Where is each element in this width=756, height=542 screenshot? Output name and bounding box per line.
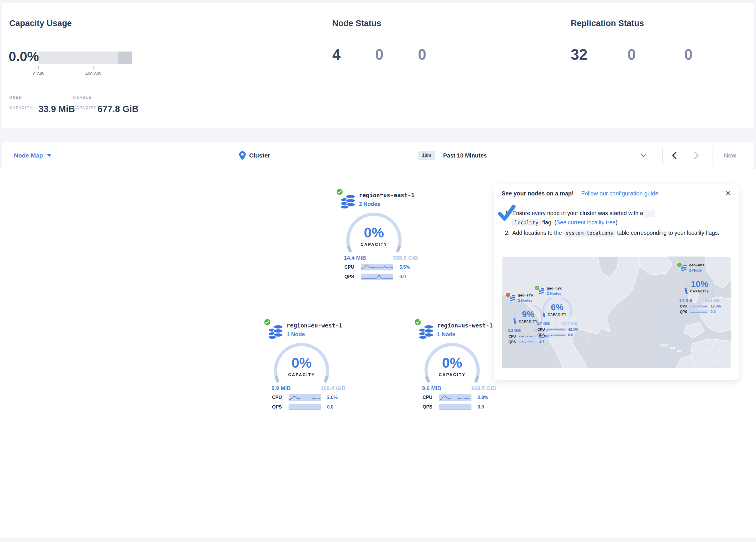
- capacity-gauge: 10% CAPACITY: [683, 275, 716, 295]
- popup-title: See your nodes on a map!: [502, 190, 574, 197]
- node-count-link[interactable]: 1 Node: [689, 268, 702, 273]
- qps-label: QPS: [423, 405, 439, 410]
- node-count-link[interactable]: 2 Nodes: [518, 298, 533, 303]
- configuration-guide-link[interactable]: Follow our configuration guide: [581, 190, 658, 197]
- total-capacity: 169.4 GiB: [320, 385, 346, 392]
- usable-capacity-label: USABLE CAPACITY: [73, 92, 97, 113]
- healthy-check-badge-icon: [677, 262, 682, 267]
- used-capacity: 3.6 GiB: [679, 298, 692, 303]
- region-nodes-link[interactable]: 2 Nodes: [359, 201, 380, 207]
- capacity-usage-title: Capacity Usage: [9, 19, 72, 28]
- database-stack-icon: [268, 324, 284, 339]
- dashboard-toolbar: Node Map Cluster 10m Past 10 Minutes Now: [2, 141, 754, 170]
- region-card-us-west-1[interactable]: region=us-west-1 1 Node 0% CAPACITY 9.6 …: [411, 319, 501, 411]
- toolbar-divider: [402, 145, 402, 166]
- region-locality-label: region=us-east-1: [359, 192, 415, 198]
- axis-tick-label: 400 GiB: [80, 71, 106, 76]
- axis-tick: [121, 66, 121, 69]
- popup-instructions: 1. Ensure every node in your cluster was…: [494, 203, 739, 238]
- qps-sparkline: [361, 274, 393, 280]
- healthy-check-badge-icon: [336, 188, 343, 195]
- cpu-sparkline: [361, 264, 393, 270]
- used-capacity: 9.9 MiB: [271, 385, 291, 392]
- capacity-percent: 0%: [423, 355, 481, 371]
- instruction-step-1: 1. Ensure every node in your cluster was…: [502, 209, 731, 227]
- cpu-label: CPU: [423, 395, 439, 400]
- capacity-label: CAPACITY: [423, 372, 481, 377]
- close-icon[interactable]: ✕: [725, 189, 731, 197]
- example-world-map: ! geo=sfo 2 Nodes 9% CAPACITY 3.2 GiB 35…: [502, 256, 731, 368]
- time-step-buttons: [663, 146, 708, 165]
- used-capacity: 3.2 GiB: [508, 328, 521, 333]
- qps-label: QPS: [344, 274, 361, 280]
- region-locality-label: region=us-west-1: [437, 322, 493, 329]
- code-chip: --: [645, 210, 655, 217]
- cpu-sparkline: [289, 394, 321, 401]
- chevron-right-icon: [694, 151, 699, 159]
- total-capacity: 338.9 GiB: [393, 255, 418, 261]
- region-card-us-east-1[interactable]: region=us-east-1 2 Nodes 0% CAPACITY 14.…: [333, 188, 423, 280]
- time-step-back-button[interactable]: [663, 146, 685, 165]
- capacity-percent: 6%: [540, 302, 574, 312]
- axis-tick-label: 0 GiB: [25, 71, 52, 76]
- cpu-sparkline: [547, 328, 566, 331]
- capacity-bar-reserved-segment: [118, 52, 132, 64]
- time-step-forward-button[interactable]: [685, 146, 708, 165]
- qps-sparkline: [289, 404, 321, 410]
- cpu-value: 42.5%: [568, 328, 578, 332]
- qps-value: 0.0: [399, 274, 406, 280]
- capacity-percent: 10%: [683, 279, 716, 289]
- cpu-label: CPU: [344, 264, 361, 270]
- node-map-config-popup: See your nodes on a map! Follow our conf…: [494, 184, 739, 380]
- map-pin-icon: [239, 151, 246, 160]
- time-range-selector[interactable]: 10m Past 10 Minutes: [409, 146, 655, 165]
- cpu-label: CPU: [537, 328, 547, 332]
- region-nodes-link[interactable]: 1 Node: [437, 331, 455, 338]
- region-nodes-link[interactable]: 1 Node: [287, 331, 305, 338]
- cpu-sparkline: [689, 305, 708, 308]
- used-capacity: 3.7 GiB: [537, 322, 550, 326]
- qps-value: 0.0: [711, 310, 715, 314]
- capacity-label: CAPACITY: [683, 290, 716, 293]
- qps-label: QPS: [537, 333, 547, 337]
- qps-sparkline: [547, 334, 566, 337]
- node-locality-label: geo=nyc: [547, 286, 562, 291]
- chevron-left-icon: [671, 151, 677, 159]
- total-capacity: 34.4 GiB: [705, 298, 720, 303]
- qps-label: QPS: [680, 310, 689, 314]
- capacity-percent: 0%: [273, 355, 331, 371]
- cpu-value: 12.3%: [711, 304, 721, 308]
- used-capacity: 9.6 MiB: [422, 385, 441, 392]
- time-range-badge: 10m: [418, 151, 435, 160]
- region-locality-label: region=eu-west-1: [287, 322, 342, 329]
- capacity-gauge: 6% CAPACITY: [540, 298, 574, 319]
- capacity-gauge: 0% CAPACITY: [423, 343, 481, 384]
- used-capacity: 14.4 MiB: [344, 255, 366, 261]
- breadcrumb-cluster-label: Cluster: [249, 152, 270, 159]
- code-chip: locality: [512, 219, 541, 226]
- map-node-geo-ams[interactable]: geo=ams 1 Node 10% CAPACITY 3.6 GiB 34.4…: [675, 261, 722, 314]
- capacity-usage-bar: [38, 52, 132, 64]
- node-locality-label: geo=ams: [689, 263, 704, 267]
- cpu-value: 2.6%: [327, 395, 337, 400]
- breadcrumb[interactable]: Cluster: [239, 141, 270, 169]
- cpu-label: CPU: [272, 395, 289, 400]
- healthy-check-badge-icon: [535, 286, 540, 291]
- capacity-gauge: 0% CAPACITY: [273, 343, 331, 384]
- used-capacity-label: USED CAPACITY: [9, 92, 33, 113]
- map-node-geo-nyc[interactable]: geo=nyc 2 Nodes 6% CAPACITY 3.7 GiB 65.7…: [533, 284, 579, 337]
- qps-value: 0.0: [478, 405, 484, 410]
- healthy-check-badge-icon: [414, 319, 421, 326]
- used-capacity-value: 33.9 MiB: [38, 104, 75, 114]
- now-button[interactable]: Now: [713, 146, 747, 165]
- node-status-title: Node Status: [332, 19, 381, 28]
- healthy-check-badge-icon: [264, 319, 271, 326]
- capacity-label: CAPACITY: [273, 372, 331, 377]
- cpu-label: CPU: [509, 335, 518, 339]
- region-card-eu-west-1[interactable]: region=eu-west-1 1 Node 0% CAPACITY 9.9 …: [260, 319, 351, 411]
- axis-tick: [66, 66, 66, 69]
- locality-tree-link[interactable]: See current locality tree: [556, 219, 616, 225]
- node-count-link[interactable]: 2 Nodes: [547, 291, 562, 296]
- qps-value: 0.0: [568, 333, 573, 337]
- view-selector-dropdown[interactable]: Node Map: [14, 141, 52, 169]
